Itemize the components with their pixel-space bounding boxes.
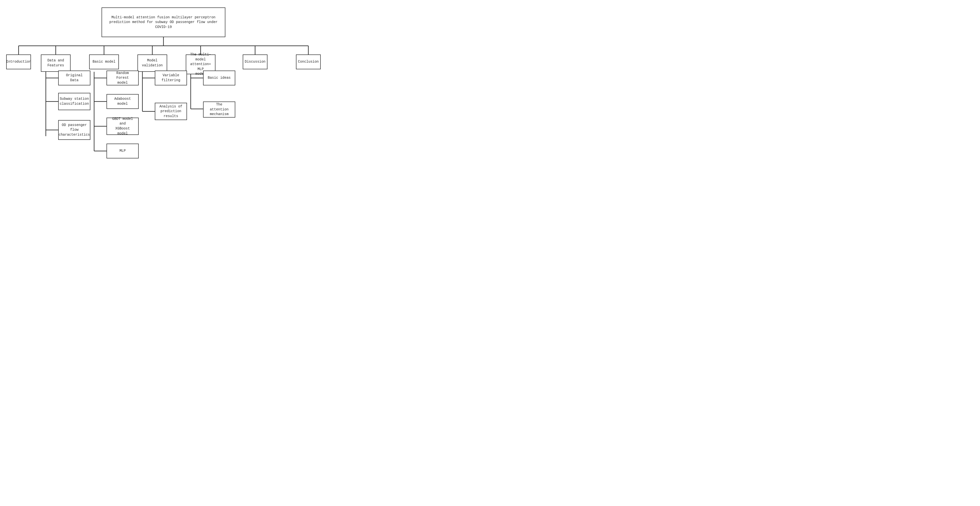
data-node: Data and Features xyxy=(41,54,71,72)
attention-mech-node: The attention mechanism xyxy=(203,102,235,117)
od-passenger-node: OD passenger flow characteristics xyxy=(58,120,91,140)
adaboost-node: Adaboost model xyxy=(107,94,139,109)
conclusion-node: Conclusion xyxy=(296,54,321,69)
root-node: Multi-model attention fusion multilayer … xyxy=(102,8,225,37)
variable-filtering-node: Variable filtering xyxy=(155,71,187,86)
diagram: Multi-model attention fusion multilayer … xyxy=(5,5,322,168)
random-forest-node: Random Forest model xyxy=(107,71,139,86)
analysis-node: Analysis of prediction results xyxy=(155,103,187,120)
gbdt-node: GBDT model and XGBoost model xyxy=(107,117,139,135)
subway-station-node: Subway station classification xyxy=(58,93,91,110)
mlp-node: MLP xyxy=(107,144,139,159)
intro-node: Introduction xyxy=(6,54,31,69)
original-data-node: Original Data xyxy=(58,71,91,86)
discussion-node: Discussion xyxy=(243,54,267,69)
basic-model-node: Basic model xyxy=(89,54,119,69)
model-val-node: Model validation xyxy=(137,54,167,72)
basic-ideas-node: Basic ideas xyxy=(203,71,235,86)
